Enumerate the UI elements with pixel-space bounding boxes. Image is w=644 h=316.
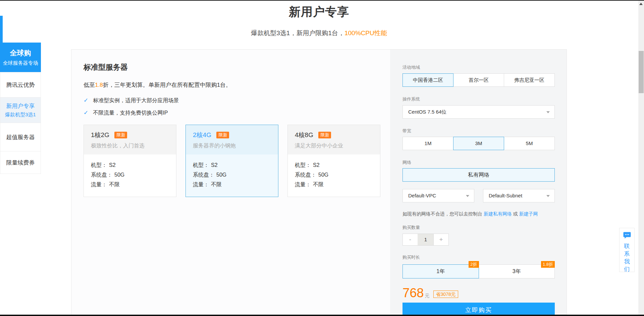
contact-char: 们 <box>624 265 630 273</box>
duration-selector: 1年 2折 3年 1.8折 <box>402 264 555 278</box>
spec-value: S2 <box>211 162 218 168</box>
os-select[interactable]: CentOS 7.5 64位 <box>402 105 555 119</box>
purchase-config-panel: 活动地域 中国香港二区 首尔一区 弗吉尼亚一区 操作系统 CentOS 7.5 … <box>390 50 567 316</box>
spec-value: 50G <box>114 172 124 178</box>
new-user-only-badge: 限新 <box>216 132 229 138</box>
quantity-label: 购买数量 <box>402 225 555 231</box>
sidebar-item-label: 腾讯云优势 <box>6 81 35 89</box>
promo-title: 全球购 <box>0 43 41 58</box>
plan-subtitle: 满足大部分中小企业 <box>295 142 373 149</box>
duration-text: 1年 <box>436 268 445 274</box>
buy-now-button[interactable]: 立即购买 <box>402 303 555 316</box>
spec-value: 不限 <box>313 182 324 187</box>
scroll-up-arrow-icon[interactable] <box>639 3 643 5</box>
spec-label: 系统盘： <box>295 172 316 178</box>
feature-list: ✓标准型实例，适用于大部分应用场景 ✓不限流量，支持免费切换公网IP <box>84 97 390 117</box>
check-icon: ✓ <box>84 97 88 104</box>
bandwidth-label: 带宽 <box>402 128 555 134</box>
sidebar-accent-strip <box>0 16 3 43</box>
create-subnet-link[interactable]: 新建子网 <box>519 211 538 216</box>
quantity-increase-button[interactable]: + <box>433 234 449 246</box>
discount-badge: 2折 <box>469 261 479 268</box>
region-label: 活动地域 <box>402 64 555 70</box>
create-vpc-link[interactable]: 新建私有网络 <box>484 211 512 216</box>
plan-card-header: 4核8G 限新 满足大部分中小企业 <box>288 125 380 154</box>
price-amount: 768 <box>402 287 424 299</box>
region-selector: 中国香港二区 首尔一区 弗吉尼亚一区 <box>402 73 555 87</box>
page-title: 新用户专享 <box>71 4 567 20</box>
vpc-select[interactable]: Default-VPC <box>402 189 474 202</box>
region-option-hongkong[interactable]: 中国香港二区 <box>402 73 453 87</box>
bandwidth-option-5m[interactable]: 5M <box>504 137 555 150</box>
spec-row: 系统盘：50G <box>193 170 271 180</box>
duration-label: 购买时长 <box>402 254 555 260</box>
duration-option-1year[interactable]: 1年 2折 <box>402 264 479 278</box>
duration-text: 3年 <box>513 268 521 274</box>
duration-option-3year[interactable]: 3年 1.8折 <box>479 264 555 278</box>
bottom-border <box>0 315 644 316</box>
hint-text: 如现有的网络不合适，您可以去控制台 <box>402 211 484 216</box>
spec-label: 流量： <box>193 182 209 187</box>
sidebar-promo-global[interactable]: 全球购 全球服务器专场 <box>0 43 41 72</box>
feature-item: ✓标准型实例，适用于大部分应用场景 <box>84 97 390 104</box>
chevron-down-icon <box>466 195 469 197</box>
spec-value: S2 <box>109 162 116 168</box>
spec-row: 系统盘：50G <box>295 170 373 180</box>
scrollbar-thumb[interactable] <box>639 51 644 93</box>
new-user-only-badge: 限新 <box>114 132 127 138</box>
bandwidth-option-3m[interactable]: 3M <box>453 137 504 150</box>
contact-us-widget[interactable]: 联 系 我 们 <box>619 228 635 272</box>
plan-card-4c8g[interactable]: 4核8G 限新 满足大部分中小企业 机型：S2 系统盘：50G 流量：不限 <box>287 125 380 197</box>
spec-value: S2 <box>313 162 320 168</box>
spec-label: 流量： <box>91 182 107 187</box>
spec-label: 机型： <box>295 162 311 168</box>
promo-subtitle: 全球服务器专场 <box>0 60 41 66</box>
chevron-down-icon <box>546 111 550 113</box>
plan-card-1c2g[interactable]: 1核2G 限新 极致性价比，入门首选 机型：S2 系统盘：50G 流量：不限 <box>84 125 176 197</box>
sidebar-item-new-user[interactable]: 新用户专享 爆款机型3选1 <box>0 97 41 123</box>
vpc-subnet-row: Default-VPC Default-Subnet <box>402 189 555 202</box>
sidebar-item-label: 超值服务器 <box>6 133 35 141</box>
spec-value: 不限 <box>211 182 222 187</box>
desc-text: 折，三年更划算。单新用户在所有配置中限购1台。 <box>103 82 231 88</box>
spec-row: 机型：S2 <box>295 160 373 170</box>
spec-row: 机型：S2 <box>91 160 169 170</box>
plan-card-header: 2核4G 限新 服务器界的小钢炮 <box>186 125 278 154</box>
region-option-seoul[interactable]: 首尔一区 <box>453 73 504 87</box>
vpc-selected-value: Default-VPC <box>408 193 436 198</box>
top-border <box>0 0 644 1</box>
sidebar-item-renewal-coupon[interactable]: 限量续费券 <box>0 151 41 174</box>
sidebar-item-advantages[interactable]: 腾讯云优势 <box>0 72 41 98</box>
bandwidth-option-1m[interactable]: 1M <box>402 137 453 150</box>
network-label: 网络 <box>402 160 555 166</box>
plan-card-header: 1核2G 限新 极致性价比，入门首选 <box>84 125 176 154</box>
plan-card-2c4g[interactable]: 2核4G 限新 服务器界的小钢炮 机型：S2 系统盘：50G 流量：不限 <box>185 125 278 197</box>
sidebar-item-label: 限量续费券 <box>6 159 35 167</box>
vertical-scrollbar[interactable] <box>638 1 644 315</box>
price-unit: 元 <box>425 293 429 299</box>
plan-subtitle: 服务器界的小钢炮 <box>193 142 271 149</box>
chat-bubble-icon <box>623 232 631 240</box>
server-section: 标准型服务器 低至1.8折，三年更划算。单新用户在所有配置中限购1台。 ✓标准型… <box>84 50 390 197</box>
network-hint: 如现有的网络不合适，您可以去控制台 新建私有网络 或 新建子网 <box>402 211 555 217</box>
os-selected-value: CentOS 7.5 64位 <box>408 109 446 115</box>
quantity-decrease-button[interactable]: - <box>402 234 418 246</box>
subnet-select[interactable]: Default-Subnet <box>483 189 555 202</box>
plan-specs: 机型：S2 系统盘：50G 流量：不限 <box>84 154 176 195</box>
spec-label: 系统盘： <box>193 172 214 178</box>
subtitle-highlight: 100%CPU性能 <box>344 29 387 37</box>
sidebar-nav: 腾讯云优势 新用户专享 爆款机型3选1 超值服务器 限量续费券 <box>0 72 41 174</box>
contact-char: 联 <box>624 242 630 250</box>
check-icon: ✓ <box>84 110 88 116</box>
sidebar-item-sublabel: 爆款机型3选1 <box>5 112 36 118</box>
feature-item: ✓不限流量，支持免费切换公网IP <box>84 109 390 117</box>
spec-label: 机型： <box>193 162 209 168</box>
spec-row: 流量：不限 <box>193 180 271 189</box>
region-option-virginia[interactable]: 弗吉尼亚一区 <box>504 73 555 87</box>
contact-us-label: 联 系 我 们 <box>624 242 630 273</box>
section-title: 标准型服务器 <box>84 62 390 72</box>
section-description: 低至1.8折，三年更划算。单新用户在所有配置中限购1台。 <box>84 81 390 89</box>
plan-specs: 机型：S2 系统盘：50G 流量：不限 <box>288 154 380 195</box>
network-type-vpc[interactable]: 私有网络 <box>402 168 555 182</box>
sidebar-item-value-servers[interactable]: 超值服务器 <box>0 123 41 151</box>
